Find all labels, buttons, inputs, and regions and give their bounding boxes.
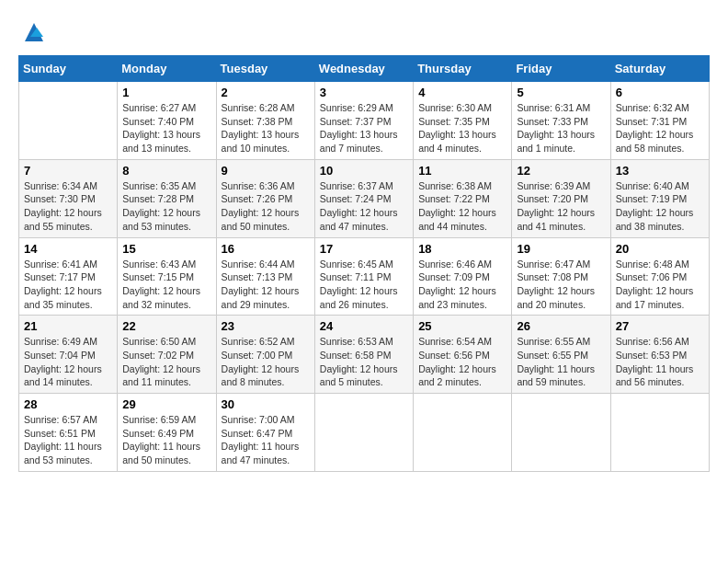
logo — [18, 18, 48, 46]
cell-content: Sunrise: 6:54 AMSunset: 6:56 PMDaylight:… — [418, 335, 506, 389]
header-day-thursday: Thursday — [414, 56, 512, 82]
cell-content: Sunrise: 6:37 AMSunset: 7:24 PMDaylight:… — [320, 179, 408, 234]
day-number: 13 — [616, 164, 704, 178]
day-number: 17 — [320, 242, 408, 256]
header-day-monday: Monday — [118, 56, 216, 82]
cell-content: Sunrise: 6:38 AMSunset: 7:22 PMDaylight:… — [418, 179, 506, 234]
cell-content: Sunrise: 6:36 AMSunset: 7:26 PMDaylight:… — [222, 179, 310, 234]
cell-content: Sunrise: 6:39 AMSunset: 7:20 PMDaylight:… — [517, 179, 605, 234]
cell-content: Sunrise: 6:48 AMSunset: 7:06 PMDaylight:… — [616, 258, 704, 312]
day-cell: 5Sunrise: 6:31 AMSunset: 7:33 PMDaylight… — [512, 82, 610, 160]
day-cell: 13Sunrise: 6:40 AMSunset: 7:19 PMDayligh… — [610, 159, 709, 237]
day-number: 14 — [24, 242, 112, 256]
day-cell — [414, 394, 512, 472]
day-number: 3 — [320, 86, 408, 99]
day-number: 11 — [418, 164, 506, 178]
cell-content: Sunrise: 6:31 AMSunset: 7:33 PMDaylight:… — [517, 101, 605, 155]
day-number: 9 — [222, 164, 310, 178]
cell-content: Sunrise: 6:27 AMSunset: 7:40 PMDaylight:… — [122, 101, 210, 155]
logo-icon — [20, 18, 48, 46]
cell-content: Sunrise: 6:52 AMSunset: 7:00 PMDaylight:… — [222, 335, 310, 389]
day-number: 12 — [517, 164, 605, 178]
header — [18, 18, 710, 46]
cell-content: Sunrise: 6:53 AMSunset: 6:58 PMDaylight:… — [320, 335, 408, 389]
day-cell: 14Sunrise: 6:41 AMSunset: 7:17 PMDayligh… — [19, 237, 118, 316]
day-cell: 11Sunrise: 6:38 AMSunset: 7:22 PMDayligh… — [414, 159, 512, 237]
day-cell: 25Sunrise: 6:54 AMSunset: 6:56 PMDayligh… — [414, 316, 512, 394]
header-day-sunday: Sunday — [19, 56, 118, 82]
cell-content: Sunrise: 6:41 AMSunset: 7:17 PMDaylight:… — [24, 258, 112, 312]
day-cell: 15Sunrise: 6:43 AMSunset: 7:15 PMDayligh… — [118, 237, 216, 316]
day-number: 8 — [122, 164, 210, 178]
day-cell — [610, 394, 709, 472]
day-cell: 17Sunrise: 6:45 AMSunset: 7:11 PMDayligh… — [314, 237, 413, 316]
cell-content: Sunrise: 6:28 AMSunset: 7:38 PMDaylight:… — [222, 101, 310, 155]
day-number: 28 — [24, 397, 112, 411]
day-number: 24 — [320, 319, 408, 333]
day-number: 6 — [616, 86, 704, 99]
cell-content: Sunrise: 6:34 AMSunset: 7:30 PMDaylight:… — [24, 179, 112, 234]
day-cell: 21Sunrise: 6:49 AMSunset: 7:04 PMDayligh… — [19, 316, 118, 394]
day-cell: 6Sunrise: 6:32 AMSunset: 7:31 PMDaylight… — [610, 82, 709, 160]
day-cell: 20Sunrise: 6:48 AMSunset: 7:06 PMDayligh… — [610, 237, 709, 316]
cell-content: Sunrise: 6:40 AMSunset: 7:19 PMDaylight:… — [616, 179, 704, 234]
week-row-5: 28Sunrise: 6:57 AMSunset: 6:51 PMDayligh… — [19, 394, 710, 472]
day-number: 23 — [222, 319, 310, 333]
header-day-tuesday: Tuesday — [216, 56, 314, 82]
day-cell: 10Sunrise: 6:37 AMSunset: 7:24 PMDayligh… — [314, 159, 413, 237]
day-cell: 28Sunrise: 6:57 AMSunset: 6:51 PMDayligh… — [19, 394, 118, 472]
day-cell: 1Sunrise: 6:27 AMSunset: 7:40 PMDaylight… — [118, 82, 216, 160]
day-number: 18 — [418, 242, 506, 256]
cell-content: Sunrise: 6:56 AMSunset: 6:53 PMDaylight:… — [616, 335, 704, 389]
day-number: 22 — [122, 319, 210, 333]
day-cell: 16Sunrise: 6:44 AMSunset: 7:13 PMDayligh… — [216, 237, 314, 316]
cell-content: Sunrise: 6:45 AMSunset: 7:11 PMDaylight:… — [320, 258, 408, 312]
header-day-wednesday: Wednesday — [314, 56, 413, 82]
day-number: 26 — [517, 319, 605, 333]
cell-content: Sunrise: 6:50 AMSunset: 7:02 PMDaylight:… — [122, 335, 210, 389]
day-cell: 27Sunrise: 6:56 AMSunset: 6:53 PMDayligh… — [610, 316, 709, 394]
cell-content: Sunrise: 6:59 AMSunset: 6:49 PMDaylight:… — [122, 413, 210, 467]
header-row: SundayMondayTuesdayWednesdayThursdayFrid… — [19, 56, 710, 82]
day-number: 7 — [24, 164, 112, 178]
cell-content: Sunrise: 6:35 AMSunset: 7:28 PMDaylight:… — [122, 179, 210, 234]
day-cell: 26Sunrise: 6:55 AMSunset: 6:55 PMDayligh… — [512, 316, 610, 394]
day-number: 1 — [122, 86, 210, 99]
day-number: 16 — [222, 242, 310, 256]
day-cell — [19, 82, 118, 160]
day-number: 21 — [24, 319, 112, 333]
day-number: 4 — [418, 86, 506, 99]
day-cell — [512, 394, 610, 472]
day-number: 2 — [222, 86, 310, 99]
day-number: 15 — [122, 242, 210, 256]
day-number: 5 — [517, 86, 605, 99]
cell-content: Sunrise: 6:32 AMSunset: 7:31 PMDaylight:… — [616, 101, 704, 155]
day-cell: 3Sunrise: 6:29 AMSunset: 7:37 PMDaylight… — [314, 82, 413, 160]
calendar-table: SundayMondayTuesdayWednesdayThursdayFrid… — [18, 55, 710, 472]
cell-content: Sunrise: 6:47 AMSunset: 7:08 PMDaylight:… — [517, 258, 605, 312]
day-number: 30 — [222, 397, 310, 411]
day-cell: 22Sunrise: 6:50 AMSunset: 7:02 PMDayligh… — [118, 316, 216, 394]
day-cell: 29Sunrise: 6:59 AMSunset: 6:49 PMDayligh… — [118, 394, 216, 472]
header-day-saturday: Saturday — [610, 56, 709, 82]
day-number: 27 — [616, 319, 704, 333]
week-row-2: 7Sunrise: 6:34 AMSunset: 7:30 PMDaylight… — [19, 159, 710, 237]
day-cell: 9Sunrise: 6:36 AMSunset: 7:26 PMDaylight… — [216, 159, 314, 237]
day-number: 29 — [122, 397, 210, 411]
cell-content: Sunrise: 6:49 AMSunset: 7:04 PMDaylight:… — [24, 335, 112, 389]
day-cell: 18Sunrise: 6:46 AMSunset: 7:09 PMDayligh… — [414, 237, 512, 316]
cell-content: Sunrise: 6:29 AMSunset: 7:37 PMDaylight:… — [320, 101, 408, 155]
day-number: 25 — [418, 319, 506, 333]
cell-content: Sunrise: 7:00 AMSunset: 6:47 PMDaylight:… — [222, 413, 310, 467]
day-cell — [314, 394, 413, 472]
cell-content: Sunrise: 6:46 AMSunset: 7:09 PMDaylight:… — [418, 258, 506, 312]
day-cell: 12Sunrise: 6:39 AMSunset: 7:20 PMDayligh… — [512, 159, 610, 237]
day-cell: 24Sunrise: 6:53 AMSunset: 6:58 PMDayligh… — [314, 316, 413, 394]
day-number: 20 — [616, 242, 704, 256]
day-cell: 8Sunrise: 6:35 AMSunset: 7:28 PMDaylight… — [118, 159, 216, 237]
cell-content: Sunrise: 6:44 AMSunset: 7:13 PMDaylight:… — [222, 258, 310, 312]
header-day-friday: Friday — [512, 56, 610, 82]
cell-content: Sunrise: 6:57 AMSunset: 6:51 PMDaylight:… — [24, 413, 112, 467]
week-row-3: 14Sunrise: 6:41 AMSunset: 7:17 PMDayligh… — [19, 237, 710, 316]
day-cell: 19Sunrise: 6:47 AMSunset: 7:08 PMDayligh… — [512, 237, 610, 316]
